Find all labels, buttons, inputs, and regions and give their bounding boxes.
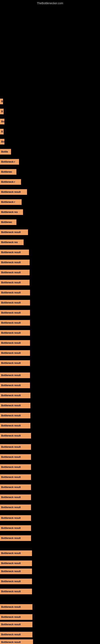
bottleneck-bar-row: Bottleneck result <box>0 320 30 327</box>
bottleneck-bar-row: Bottleneck result <box>0 550 32 557</box>
bottleneck-bar: Bottleneck result <box>0 290 30 296</box>
bottleneck-bar: Bottleneck result <box>0 360 30 366</box>
bottleneck-bar: Bottleneck r <box>0 179 21 185</box>
bottleneck-bar-row: Bottleneck result <box>0 392 30 400</box>
bottleneck-bar-row: Bottleneck r <box>0 199 22 206</box>
bottleneck-bar-row: Bottleneck result <box>0 444 31 451</box>
bottleneck-bar: Bottleneck result <box>0 260 30 265</box>
bottleneck-bar: Bottleneck r <box>0 199 22 205</box>
bottleneck-bar-row: B <box>0 98 3 106</box>
bottleneck-bar: Bottleneck result <box>0 393 30 398</box>
bottleneck-bar: Bottleneck result <box>0 504 31 510</box>
bottleneck-bar: Bottleneck result <box>0 494 31 500</box>
bottleneck-bar: Bottleneck result <box>0 372 30 378</box>
bottleneck-bar-row: Bottleneck result <box>0 515 31 522</box>
bottleneck-bar: Bottleneck result <box>0 270 30 275</box>
bottleneck-bar: Bottleneck result <box>0 632 32 637</box>
bottleneck-bar: Bottleneck r <box>0 159 19 164</box>
bottleneck-bar: Bottleneck result <box>0 568 32 574</box>
bottleneck-bar: Bottle <box>0 149 11 154</box>
bottleneck-bar: Bottleneck result <box>0 330 30 336</box>
bottleneck-bar-row: Bottle <box>0 148 11 156</box>
bottleneck-bar-row: Bottleneck result <box>0 464 31 471</box>
bottleneck-bar: Bo <box>0 139 4 144</box>
bottleneck-bar-row: Bottleneck result <box>0 568 32 575</box>
bottleneck-bar: Bottleneck res <box>0 240 24 245</box>
bottleneck-bar: Bottleneck result <box>0 250 29 255</box>
bottleneck-bar: Bottleneck result <box>0 189 27 195</box>
bottleneck-bar-row: Bottleneck res <box>0 209 23 216</box>
bottleneck-bar: Bottleneck result <box>0 340 30 346</box>
bottleneck-bar-row: Bottleneck result <box>0 229 28 236</box>
bottleneck-bar-row: Bottleneck result <box>0 621 32 628</box>
bottleneck-bar-row: Bottleneck result <box>0 350 30 357</box>
bottleneck-bar: Bottleneck result <box>0 484 31 490</box>
bottleneck-bar: Bottleneck result <box>0 300 30 306</box>
bottleneck-bar-row: Bottleneck result <box>0 290 30 297</box>
bottleneck-bar-row: Bottleneck result <box>0 578 32 586</box>
bottleneck-bar: Bo <box>0 119 4 124</box>
bottleneck-bar-row: Bottleneck result <box>0 279 30 286</box>
bottleneck-bar-row: Bottleneck result <box>0 604 32 611</box>
bottleneck-bar-row: Bottleneck res <box>0 239 24 246</box>
bottleneck-bar: Bottleneck result <box>0 474 31 480</box>
bottleneck-bar-row: Bottleneck result <box>0 330 30 337</box>
bottleneck-bar-row: Bottleneck result <box>0 560 32 567</box>
bottleneck-bar-row: B <box>0 128 3 136</box>
bottleneck-bar: B <box>0 98 3 104</box>
bottleneck-bar-row: Bottleneck result <box>0 402 30 410</box>
bottleneck-bar: Bottleneck result <box>0 310 30 316</box>
bottleneck-bar: Bottleneck result <box>0 230 28 235</box>
bottleneck-bar-row: Bottleneck result <box>0 614 32 621</box>
bottleneck-bar-row: Bottleneck result <box>0 360 30 367</box>
bottleneck-bar: Bottlenec <box>0 219 16 225</box>
bottleneck-bar-row: Bottleneck result <box>0 494 31 501</box>
bottleneck-bar-row: Bottleneck result <box>0 269 30 276</box>
bottleneck-bar-row: Bottleneck result <box>0 340 30 347</box>
bottleneck-bar-row: Bottleneck result <box>0 412 30 420</box>
bottleneck-bar-row: Bo <box>0 138 4 146</box>
bottleneck-bar-row: Bottleneck result <box>0 300 30 307</box>
bottleneck-bar: Bottleneck result <box>0 535 31 541</box>
bottleneck-bar-row: Bottlenec <box>0 169 16 176</box>
bottleneck-bar-row: Bottleneck result <box>0 535 31 542</box>
bottleneck-bar: Bottleneck result <box>0 589 32 594</box>
bottleneck-bar-row: Bottleneck result <box>0 189 27 196</box>
bottleneck-bar: Bottleneck result <box>0 604 32 610</box>
bottleneck-bar: Bottleneck result <box>0 578 32 584</box>
bottleneck-bar-row: Bottleneck result <box>0 249 29 256</box>
bottleneck-bar: Bottleneck result <box>0 433 31 438</box>
bottleneck-bar-row: Bottleneck r <box>0 158 19 166</box>
bottleneck-bar: Bottleneck result <box>0 413 30 418</box>
bottleneck-bar: Bottleneck result <box>0 639 33 644</box>
bottleneck-bar: Bottlenec <box>0 169 16 175</box>
bottleneck-bar-row: Bottleneck result <box>0 474 31 481</box>
bottleneck-bar-row: Bottleneck result <box>0 484 31 491</box>
bottleneck-bar-row: Bottlenec <box>0 219 16 226</box>
bottleneck-bar: Bottleneck result <box>0 280 30 285</box>
bottleneck-bar: Bottleneck result <box>0 423 30 428</box>
bottleneck-bar-row: Bottleneck result <box>0 525 31 532</box>
bottleneck-bar: Bottleneck result <box>0 350 30 356</box>
bottleneck-bar: Bottleneck result <box>0 320 30 326</box>
bottleneck-bar-row: Bottleneck result <box>0 588 32 596</box>
site-title: TheBottlenecker.com <box>0 0 100 6</box>
bottleneck-bar: Bottleneck result <box>0 560 32 566</box>
bottleneck-bar-row: Bo <box>0 118 4 126</box>
bottleneck-bar: Bottleneck result <box>0 515 31 521</box>
bottleneck-bar-row: Bottleneck result <box>0 631 32 638</box>
bottleneck-bar-row: Bottleneck result <box>0 504 31 512</box>
bottleneck-bar: B <box>0 129 3 134</box>
bottleneck-bar-row: Bottleneck result <box>0 432 31 440</box>
bottleneck-bar: Bottleneck result <box>0 444 31 450</box>
bottleneck-bar-row: Bottleneck result <box>0 454 31 461</box>
bottleneck-bar: Bottleneck result <box>0 525 31 531</box>
bottleneck-bar: Bottleneck result <box>0 382 30 388</box>
bottleneck-bar: Bottleneck result <box>0 550 32 556</box>
bottleneck-bar-row: Bottleneck result <box>0 422 30 430</box>
bottleneck-bar: Bottleneck result <box>0 454 31 460</box>
bottleneck-bar-row: Bottleneck r <box>0 179 21 186</box>
bottleneck-bar-row: Bottleneck result <box>0 259 30 266</box>
bottleneck-bar-row: Bottleneck result <box>0 372 30 379</box>
bottleneck-bar-row: Bottleneck result <box>0 639 33 644</box>
